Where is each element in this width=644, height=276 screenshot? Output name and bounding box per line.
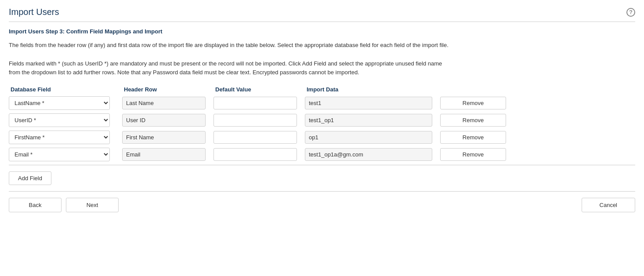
table-headers: Database Field Header Row Default Value … xyxy=(9,86,635,93)
header-row-input-0[interactable] xyxy=(122,97,206,109)
import-data-input-1[interactable] xyxy=(305,114,432,127)
header-row-input-1[interactable] xyxy=(122,114,206,127)
default-value-input-0[interactable] xyxy=(213,97,297,109)
cancel-button[interactable]: Cancel xyxy=(582,198,635,212)
col-header-default-value: Default Value xyxy=(215,86,303,93)
table-bottom-divider xyxy=(9,165,635,165)
table-row: LastName * UserID * FirstName * Email * … xyxy=(9,148,635,161)
database-field-select-1[interactable]: LastName * UserID * FirstName * Email * … xyxy=(9,113,110,127)
footer-divider xyxy=(9,191,635,192)
table-row: LastName * UserID * FirstName * Email * … xyxy=(9,113,635,127)
next-button[interactable]: Next xyxy=(66,198,119,212)
remove-button-3[interactable]: Remove xyxy=(440,148,506,161)
page-title: Import Users xyxy=(9,7,59,17)
remove-button-1[interactable]: Remove xyxy=(440,114,506,127)
import-data-input-3[interactable] xyxy=(305,148,432,161)
database-field-select-3[interactable]: LastName * UserID * FirstName * Email * … xyxy=(9,148,110,161)
footer-left-buttons: Back Next xyxy=(9,198,119,212)
instructions-line1: The fields from the header row (if any) … xyxy=(9,42,449,48)
import-data-input-2[interactable] xyxy=(305,131,432,144)
default-value-input-1[interactable] xyxy=(213,114,297,127)
database-field-select-0[interactable]: LastName * UserID * FirstName * Email * … xyxy=(9,96,110,110)
step-title: Import Users Step 3: Confirm Field Mappi… xyxy=(9,28,635,35)
database-field-select-wrapper: LastName * UserID * FirstName * Email * … xyxy=(9,96,119,110)
table-row: LastName * UserID * FirstName * Email * … xyxy=(9,131,635,144)
database-field-select-2[interactable]: LastName * UserID * FirstName * Email * … xyxy=(9,131,110,144)
back-button[interactable]: Back xyxy=(9,198,62,212)
default-value-input-2[interactable] xyxy=(213,131,297,144)
remove-button-0[interactable]: Remove xyxy=(440,97,506,109)
col-header-database-field: Database Field xyxy=(11,86,120,93)
add-field-button[interactable]: Add Field xyxy=(9,171,51,185)
col-header-import-data: Import Data xyxy=(307,86,438,93)
header-row-input-3[interactable] xyxy=(122,148,206,161)
footer-buttons: Back Next Cancel xyxy=(9,198,635,212)
instructions-line2: Fields marked with * (such as UserID *) … xyxy=(9,60,442,67)
help-icon[interactable]: ? xyxy=(626,8,635,17)
default-value-input-3[interactable] xyxy=(213,148,297,161)
instructions-line3: from the dropdown list to add further ro… xyxy=(9,69,359,76)
instructions: The fields from the header row (if any) … xyxy=(9,41,615,77)
remove-button-2[interactable]: Remove xyxy=(440,131,506,144)
import-data-input-0[interactable] xyxy=(305,97,432,109)
table-row: LastName * UserID * FirstName * Email * … xyxy=(9,96,635,110)
col-header-header-row: Header Row xyxy=(124,86,212,93)
header-row-input-2[interactable] xyxy=(122,131,206,144)
